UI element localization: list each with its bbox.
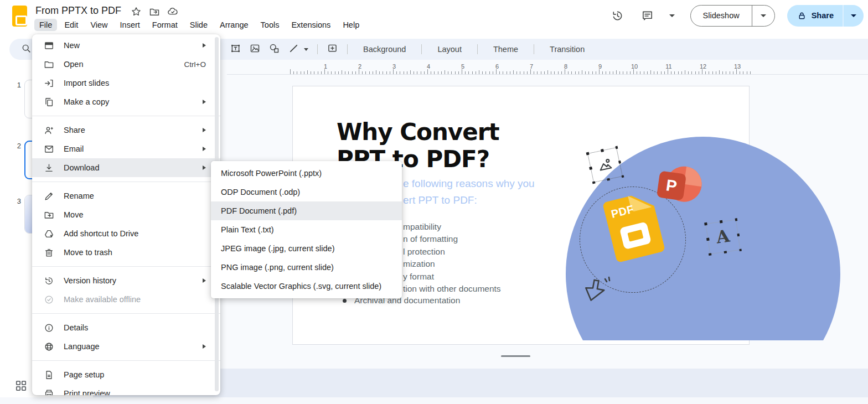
text-placeholder-selection[interactable]: A — [705, 219, 740, 254]
lock-icon — [797, 11, 807, 20]
submenu-arrow-icon — [203, 147, 206, 151]
drive-add-icon — [44, 229, 54, 239]
menu-item-language[interactable]: Language — [32, 337, 220, 356]
transition-button[interactable]: Transition — [543, 45, 591, 54]
submenu-arrow-icon — [203, 344, 206, 349]
insert-line-tool[interactable] — [288, 43, 299, 56]
slide-subtitle-fragment: ert PPT to PDF: — [403, 194, 477, 206]
bullet-dot — [343, 299, 347, 303]
speaker-notes-drag-handle[interactable] — [501, 355, 530, 357]
menu-item-move[interactable]: Move — [32, 205, 220, 224]
document-title[interactable]: From PPTX to PDF — [35, 5, 121, 17]
submenu-item-svg[interactable]: Scalable Vector Graphics (.svg, current … — [211, 277, 402, 296]
menu-view[interactable]: View — [85, 19, 112, 31]
submenu-arrow-icon — [203, 43, 206, 48]
folder-icon — [44, 59, 54, 70]
menu-tools[interactable]: Tools — [256, 19, 285, 31]
submenu-item-jpeg[interactable]: JPEG image (.jpg, current slide) — [211, 239, 402, 258]
menu-item-import-slides[interactable]: Import slides — [32, 74, 220, 92]
download-submenu-panel: Microsoft PowerPoint (.pptx) ODP Documen… — [211, 161, 402, 298]
search-icon[interactable] — [20, 43, 32, 56]
menu-divider — [32, 182, 220, 182]
history-icon — [44, 276, 54, 286]
slideshow-dropdown-button[interactable] — [752, 6, 774, 26]
grid-view-icon[interactable] — [16, 380, 27, 393]
new-presentation-icon — [44, 40, 54, 51]
copy-icon — [44, 97, 54, 107]
share-button[interactable]: Share — [787, 5, 843, 27]
menu-arrange[interactable]: Arrange — [215, 19, 254, 31]
menu-divider — [32, 266, 220, 267]
submenu-item-pptx[interactable]: Microsoft PowerPoint (.pptx) — [211, 164, 402, 183]
toolbar-divider — [421, 44, 422, 54]
app-header: From PPTX to PDF File Edit View Insert F… — [0, 0, 868, 34]
menu-item-open[interactable]: OpenCtrl+O — [32, 55, 220, 74]
slideshow-button-group: Slideshow — [690, 5, 775, 27]
menu-divider — [32, 313, 220, 314]
meet-button[interactable] — [666, 14, 675, 17]
menu-item-rename[interactable]: Rename — [32, 187, 220, 205]
menu-format[interactable]: Format — [147, 19, 183, 31]
menu-file[interactable]: File — [34, 19, 57, 31]
menu-item-new[interactable]: New — [32, 36, 220, 55]
chevron-down-icon — [851, 14, 856, 17]
menu-item-add-shortcut-to-drive[interactable]: Add shortcut to Drive — [32, 224, 220, 243]
slides-logo-icon[interactable] — [12, 6, 27, 27]
pencil-icon — [44, 191, 54, 201]
toolbar-divider — [347, 44, 348, 54]
cloud-saved-icon[interactable] — [167, 6, 178, 19]
layout-button[interactable]: Layout — [431, 45, 468, 54]
menu-item-version-history[interactable]: Version history — [32, 271, 220, 290]
image-placeholder-selection[interactable] — [587, 147, 623, 183]
submenu-item-pdf[interactable]: PDF Document (.pdf) — [211, 201, 402, 220]
insert-comment-tool[interactable] — [327, 43, 338, 56]
menu-item-page-setup[interactable]: Page setup — [32, 365, 220, 384]
printer-icon — [44, 389, 54, 396]
submenu-item-odp[interactable]: ODP Document (.odp) — [211, 183, 402, 201]
slide-number: 3 — [11, 197, 21, 205]
menu-item-details[interactable]: Details — [32, 318, 220, 337]
share-button-label: Share — [812, 11, 834, 20]
download-icon — [44, 163, 54, 173]
menu-extensions[interactable]: Extensions — [286, 19, 335, 31]
shortcut-label: Ctrl+O — [184, 60, 206, 69]
menu-divider — [32, 360, 220, 361]
bullet-fragment: l protection — [403, 247, 445, 257]
info-icon — [44, 323, 54, 333]
star-icon[interactable] — [131, 6, 142, 19]
text-box-tool[interactable] — [230, 43, 241, 56]
file-menu-panel: New OpenCtrl+O Import slides Make a copy… — [32, 34, 220, 395]
version-history-button[interactable] — [607, 4, 629, 27]
insert-image-tool[interactable] — [249, 43, 261, 56]
share-dropdown-button[interactable] — [844, 5, 864, 27]
chevron-down-icon[interactable] — [669, 14, 675, 17]
menu-slide[interactable]: Slide — [185, 19, 213, 31]
submenu-item-txt[interactable]: Plain Text (.txt) — [211, 220, 402, 239]
globe-icon — [44, 341, 54, 352]
slideshow-button[interactable]: Slideshow — [691, 6, 752, 26]
comments-button[interactable] — [637, 4, 659, 27]
bullet-fragment: mization — [403, 259, 435, 269]
menu-item-print-preview-clipped[interactable]: Print preview — [32, 384, 220, 395]
menu-insert[interactable]: Insert — [115, 19, 145, 31]
menu-item-make-available-offline: Make available offline — [32, 290, 220, 309]
insert-shape-tool[interactable] — [268, 43, 280, 56]
menu-item-move-to-trash[interactable]: Move to trash — [32, 243, 220, 262]
menu-edit[interactable]: Edit — [59, 19, 83, 31]
slide-number: 2 — [11, 142, 21, 150]
powerpoint-p-badge: P — [657, 170, 686, 200]
page-icon — [44, 370, 54, 380]
theme-button[interactable]: Theme — [487, 45, 525, 54]
cursor-arrow-icon — [582, 273, 616, 306]
chevron-down-icon — [761, 14, 766, 17]
line-tool-dropdown-icon[interactable] — [304, 48, 308, 51]
move-to-folder-icon[interactable] — [149, 6, 160, 19]
submenu-item-png[interactable]: PNG image (.png, current slide) — [211, 258, 402, 277]
bottom-strip — [0, 397, 868, 404]
menu-item-make-a-copy[interactable]: Make a copy — [32, 92, 220, 111]
menu-item-share[interactable]: Share — [32, 121, 220, 139]
menu-item-download[interactable]: Download — [32, 158, 220, 177]
background-button[interactable]: Background — [356, 45, 412, 54]
menu-item-email[interactable]: Email — [32, 139, 220, 158]
menu-help[interactable]: Help — [338, 19, 364, 31]
